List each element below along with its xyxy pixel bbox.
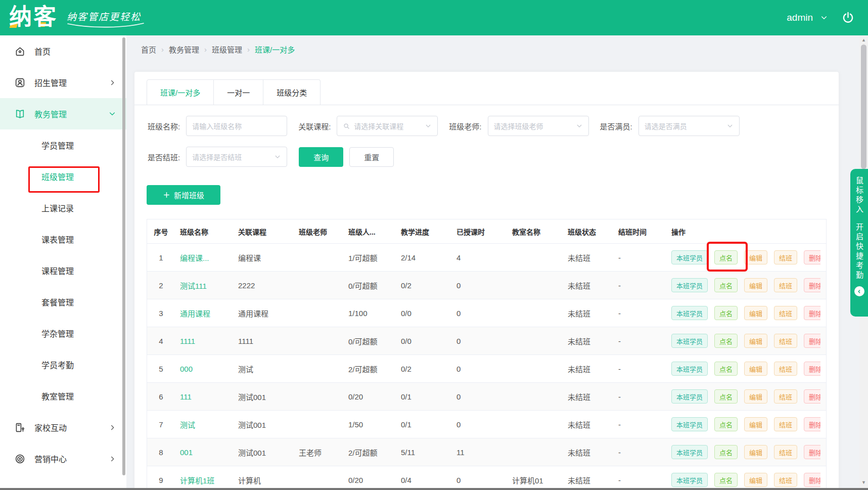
roster-button[interactable]: 本班学员 xyxy=(671,473,708,487)
rollcall-button[interactable]: 点名 xyxy=(714,389,738,404)
breadcrumb-item[interactable]: 教务管理 xyxy=(169,44,199,55)
sidebar-item-academic[interactable]: 教务管理 xyxy=(0,98,126,129)
sidebar-scrollbar[interactable] xyxy=(122,37,125,475)
delete-button[interactable]: 删除 xyxy=(804,334,820,348)
close-class-button[interactable]: 结班 xyxy=(774,445,797,459)
user-menu-chevron-down-icon[interactable] xyxy=(820,14,828,22)
breadcrumb-item[interactable]: 班级管理 xyxy=(212,44,242,55)
roster-button[interactable]: 本班学员 xyxy=(671,445,708,459)
class-name-link[interactable]: 测试111 xyxy=(180,282,207,290)
roster-button[interactable]: 本班学员 xyxy=(671,417,708,431)
cell-size: 1/50 xyxy=(343,420,396,429)
sidebar-item-course-mgmt[interactable]: 课程管理 xyxy=(0,255,126,286)
rollcall-button[interactable]: 点名 xyxy=(714,473,738,487)
rollcall-button[interactable]: 点名 xyxy=(714,445,738,459)
edit-button[interactable]: 编辑 xyxy=(744,473,767,487)
tab-one-to-one[interactable]: 一对一 xyxy=(214,79,263,105)
tab-class-course[interactable]: 班课/一对多 xyxy=(147,79,214,105)
quick-attendance-side-tab[interactable]: 鼠标移入 开启快捷考勤 xyxy=(850,169,868,317)
roster-button[interactable]: 本班学员 xyxy=(671,362,708,376)
select-is-full[interactable]: 请选是否满员 xyxy=(638,116,740,136)
sidebar-item-student-mgmt[interactable]: 学员管理 xyxy=(0,129,126,161)
brand-tagline: 纳客管店更轻松 xyxy=(67,9,141,23)
close-class-button[interactable]: 结班 xyxy=(774,389,797,404)
delete-button[interactable]: 删除 xyxy=(804,306,820,320)
close-class-button[interactable]: 结班 xyxy=(774,473,797,487)
sidebar-item-timetable-mgmt[interactable]: 课表管理 xyxy=(0,224,126,255)
edit-button[interactable]: 编辑 xyxy=(744,250,767,264)
sidebar-item-fees-mgmt[interactable]: 学杂管理 xyxy=(0,318,126,349)
class-name-link[interactable]: 计算机1班 xyxy=(180,476,214,485)
delete-button[interactable]: 删除 xyxy=(804,417,820,431)
input-class-name[interactable]: 请输入班级名称 xyxy=(186,116,287,136)
scroll-up-arrow-icon[interactable]: ▲ xyxy=(859,36,868,43)
delete-button[interactable]: 删除 xyxy=(804,389,820,404)
logout-power-icon[interactable] xyxy=(841,11,855,25)
cell-actions: 本班学员点名编辑结班删除 xyxy=(666,334,820,348)
sidebar-item-attendance[interactable]: 学员考勤 xyxy=(0,349,126,380)
select-is-closed[interactable]: 请选择是否结班 xyxy=(186,147,287,167)
query-button[interactable]: 查询 xyxy=(299,147,343,167)
class-name-link[interactable]: 000 xyxy=(180,365,193,373)
class-name-link[interactable]: 测试 xyxy=(180,421,195,429)
rollcall-button[interactable]: 点名 xyxy=(714,362,738,376)
sidebar-item-label: 套餐管理 xyxy=(41,296,74,308)
sidebar-item-marketing[interactable]: 营销中心 xyxy=(0,443,126,474)
select-related-course[interactable]: 请选择关联课程 xyxy=(337,116,438,136)
rollcall-button[interactable]: 点名 xyxy=(714,250,738,264)
close-class-button[interactable]: 结班 xyxy=(774,417,797,431)
chevron-right-icon xyxy=(109,79,116,86)
scroll-down-arrow-icon[interactable]: ▼ xyxy=(859,479,868,486)
sidebar-item-home[interactable]: 首页 xyxy=(0,35,126,67)
roster-button[interactable]: 本班学员 xyxy=(671,250,708,264)
app-window: 纳客 纳客管店更轻松 admin 首页招生管理教务管理学员管理班级管理上课记录课… xyxy=(0,0,868,490)
sidebar-item-classroom-mgmt[interactable]: 教室管理 xyxy=(0,380,126,412)
roster-button[interactable]: 本班学员 xyxy=(671,334,708,348)
delete-button[interactable]: 删除 xyxy=(804,473,820,487)
close-class-button[interactable]: 结班 xyxy=(774,250,797,264)
close-class-button[interactable]: 结班 xyxy=(774,278,797,292)
class-name-link[interactable]: 111 xyxy=(180,392,192,401)
edit-button[interactable]: 编辑 xyxy=(744,306,767,320)
roster-button[interactable]: 本班学员 xyxy=(671,389,708,404)
edit-button[interactable]: 编辑 xyxy=(744,445,767,459)
tab-class-category[interactable]: 班级分类 xyxy=(263,79,321,105)
class-name-link[interactable]: 001 xyxy=(180,448,193,457)
close-class-button[interactable]: 结班 xyxy=(774,334,797,348)
close-class-button[interactable]: 结班 xyxy=(774,306,797,320)
roster-button[interactable]: 本班学员 xyxy=(671,278,708,292)
sidebar-item-home-school[interactable]: 家校互动 xyxy=(0,412,126,443)
edit-button[interactable]: 编辑 xyxy=(744,362,767,376)
breadcrumb-item[interactable]: 首页 xyxy=(141,44,156,55)
delete-button[interactable]: 删除 xyxy=(804,250,820,264)
rollcall-button[interactable]: 点名 xyxy=(714,417,738,431)
select-class-teacher[interactable]: 请选择班级老师 xyxy=(488,116,589,136)
sidebar-item-lesson-records[interactable]: 上课记录 xyxy=(0,192,126,224)
edit-button[interactable]: 编辑 xyxy=(744,417,767,431)
breadcrumb-item[interactable]: 班课/一对多 xyxy=(255,44,295,55)
scrollbar-thumb[interactable] xyxy=(861,44,866,169)
collapse-chevron-left-icon[interactable] xyxy=(854,286,864,296)
sidebar-item-label: 教室管理 xyxy=(41,390,74,402)
edit-button[interactable]: 编辑 xyxy=(744,278,767,292)
delete-button[interactable]: 删除 xyxy=(804,445,820,459)
roster-button[interactable]: 本班学员 xyxy=(671,306,708,320)
cell-status: 未结班 xyxy=(563,475,613,485)
sidebar-item-admissions[interactable]: 招生管理 xyxy=(0,67,126,98)
add-class-button[interactable]: 新增班级 xyxy=(147,185,220,205)
sidebar-item-package-mgmt[interactable]: 套餐管理 xyxy=(0,286,126,318)
reset-button[interactable]: 重置 xyxy=(349,147,394,167)
class-name-link[interactable]: 通用课程 xyxy=(180,309,210,318)
close-class-button[interactable]: 结班 xyxy=(774,362,797,376)
rollcall-button[interactable]: 点名 xyxy=(714,334,738,348)
edit-button[interactable]: 编辑 xyxy=(744,389,767,404)
rollcall-button[interactable]: 点名 xyxy=(714,278,738,292)
sidebar-item-class-mgmt[interactable]: 班级管理 xyxy=(0,161,126,192)
delete-button[interactable]: 删除 xyxy=(804,278,820,292)
rollcall-button[interactable]: 点名 xyxy=(714,306,738,320)
class-name-link[interactable]: 编程课... xyxy=(180,254,209,262)
edit-button[interactable]: 编辑 xyxy=(744,334,767,348)
current-user[interactable]: admin xyxy=(787,12,813,23)
delete-button[interactable]: 删除 xyxy=(804,362,820,376)
class-name-link[interactable]: 1111 xyxy=(180,337,195,345)
